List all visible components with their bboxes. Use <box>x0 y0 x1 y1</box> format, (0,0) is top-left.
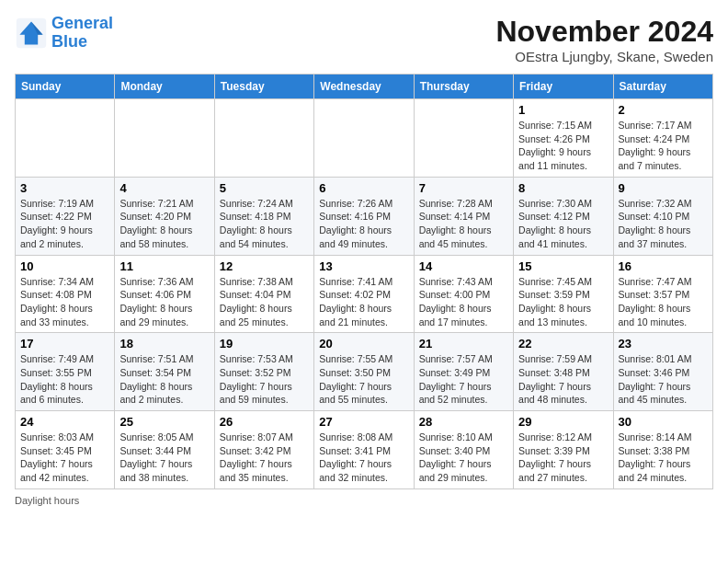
calendar-cell: 14Sunrise: 7:43 AM Sunset: 4:00 PM Dayli… <box>414 255 513 333</box>
calendar-cell: 2Sunrise: 7:17 AM Sunset: 4:24 PM Daylig… <box>613 99 712 178</box>
day-header-friday: Friday <box>514 75 613 99</box>
day-info: Sunrise: 7:15 AM Sunset: 4:26 PM Dayligh… <box>518 119 608 173</box>
day-number: 17 <box>20 337 109 350</box>
day-info: Sunrise: 7:38 AM Sunset: 4:04 PM Dayligh… <box>220 275 309 329</box>
footer-note: Daylight hours <box>15 495 713 506</box>
calendar-cell: 18Sunrise: 7:51 AM Sunset: 3:54 PM Dayli… <box>115 333 214 411</box>
day-info: Sunrise: 7:47 AM Sunset: 3:57 PM Dayligh… <box>619 275 708 329</box>
calendar-cell: 12Sunrise: 7:38 AM Sunset: 4:04 PM Dayli… <box>214 255 313 333</box>
day-info: Sunrise: 7:41 AM Sunset: 4:02 PM Dayligh… <box>319 275 408 329</box>
day-info: Sunrise: 8:07 AM Sunset: 3:42 PM Dayligh… <box>220 431 309 485</box>
week-row-4: 17Sunrise: 7:49 AM Sunset: 3:55 PM Dayli… <box>16 333 713 411</box>
logo: GeneralBlue <box>15 15 113 52</box>
day-number: 25 <box>119 415 209 429</box>
day-number: 12 <box>220 259 309 273</box>
calendar-cell: 26Sunrise: 8:07 AM Sunset: 3:42 PM Dayli… <box>214 411 313 489</box>
day-number: 2 <box>619 103 708 117</box>
calendar-cell: 20Sunrise: 7:55 AM Sunset: 3:50 PM Dayli… <box>314 333 414 411</box>
day-info: Sunrise: 7:32 AM Sunset: 4:10 PM Dayligh… <box>619 197 708 251</box>
calendar-cell: 17Sunrise: 7:49 AM Sunset: 3:55 PM Dayli… <box>16 333 115 411</box>
calendar-cell: 8Sunrise: 7:30 AM Sunset: 4:12 PM Daylig… <box>514 177 613 255</box>
day-header-sunday: Sunday <box>16 75 115 99</box>
calendar-cell: 16Sunrise: 7:47 AM Sunset: 3:57 PM Dayli… <box>613 255 712 333</box>
day-info: Sunrise: 7:49 AM Sunset: 3:55 PM Dayligh… <box>20 352 109 407</box>
day-number: 19 <box>220 337 309 350</box>
calendar-cell: 15Sunrise: 7:45 AM Sunset: 3:59 PM Dayli… <box>514 255 613 333</box>
day-info: Sunrise: 8:12 AM Sunset: 3:39 PM Dayligh… <box>518 431 608 485</box>
day-info: Sunrise: 8:10 AM Sunset: 3:40 PM Dayligh… <box>419 431 508 485</box>
day-number: 24 <box>20 415 109 429</box>
day-info: Sunrise: 8:01 AM Sunset: 3:46 PM Dayligh… <box>619 352 708 407</box>
day-number: 26 <box>220 415 309 429</box>
day-info: Sunrise: 7:21 AM Sunset: 4:20 PM Dayligh… <box>119 197 209 251</box>
logo-icon <box>15 17 48 50</box>
day-number: 3 <box>20 181 109 195</box>
calendar-cell: 19Sunrise: 7:53 AM Sunset: 3:52 PM Dayli… <box>214 333 313 411</box>
calendar-cell: 30Sunrise: 8:14 AM Sunset: 3:38 PM Dayli… <box>613 411 712 489</box>
calendar-cell: 28Sunrise: 8:10 AM Sunset: 3:40 PM Dayli… <box>414 411 513 489</box>
day-info: Sunrise: 8:03 AM Sunset: 3:45 PM Dayligh… <box>20 431 109 485</box>
week-row-5: 24Sunrise: 8:03 AM Sunset: 3:45 PM Dayli… <box>16 411 713 489</box>
day-header-thursday: Thursday <box>414 75 513 99</box>
calendar-cell: 10Sunrise: 7:34 AM Sunset: 4:08 PM Dayli… <box>16 255 115 333</box>
day-number: 23 <box>619 337 708 350</box>
calendar-cell: 24Sunrise: 8:03 AM Sunset: 3:45 PM Dayli… <box>16 411 115 489</box>
calendar-cell: 7Sunrise: 7:28 AM Sunset: 4:14 PM Daylig… <box>414 177 513 255</box>
calendar-cell: 22Sunrise: 7:59 AM Sunset: 3:48 PM Dayli… <box>514 333 613 411</box>
day-number: 16 <box>619 259 708 273</box>
day-header-monday: Monday <box>115 75 214 99</box>
calendar-cell <box>115 99 214 178</box>
day-number: 28 <box>419 415 508 429</box>
calendar-cell: 9Sunrise: 7:32 AM Sunset: 4:10 PM Daylig… <box>613 177 712 255</box>
day-number: 7 <box>419 181 508 195</box>
day-number: 6 <box>319 181 408 195</box>
day-info: Sunrise: 7:26 AM Sunset: 4:16 PM Dayligh… <box>319 197 408 251</box>
calendar-cell: 3Sunrise: 7:19 AM Sunset: 4:22 PM Daylig… <box>16 177 115 255</box>
calendar-cell: 21Sunrise: 7:57 AM Sunset: 3:49 PM Dayli… <box>414 333 513 411</box>
day-info: Sunrise: 7:30 AM Sunset: 4:12 PM Dayligh… <box>518 197 608 251</box>
day-header-saturday: Saturday <box>613 75 712 99</box>
day-info: Sunrise: 7:53 AM Sunset: 3:52 PM Dayligh… <box>220 352 309 407</box>
week-row-3: 10Sunrise: 7:34 AM Sunset: 4:08 PM Dayli… <box>16 255 713 333</box>
day-info: Sunrise: 7:24 AM Sunset: 4:18 PM Dayligh… <box>220 197 309 251</box>
day-info: Sunrise: 7:43 AM Sunset: 4:00 PM Dayligh… <box>419 275 508 329</box>
calendar-cell: 25Sunrise: 8:05 AM Sunset: 3:44 PM Dayli… <box>115 411 214 489</box>
calendar-cell <box>314 99 414 178</box>
day-number: 20 <box>319 337 408 350</box>
day-header-wednesday: Wednesday <box>314 75 414 99</box>
day-info: Sunrise: 8:05 AM Sunset: 3:44 PM Dayligh… <box>119 431 209 485</box>
week-row-1: 1Sunrise: 7:15 AM Sunset: 4:26 PM Daylig… <box>16 99 713 178</box>
month-title: November 2024 <box>495 15 713 49</box>
calendar-cell: 23Sunrise: 8:01 AM Sunset: 3:46 PM Dayli… <box>613 333 712 411</box>
day-info: Sunrise: 7:45 AM Sunset: 3:59 PM Dayligh… <box>518 275 608 329</box>
day-number: 10 <box>20 259 109 273</box>
day-number: 9 <box>619 181 708 195</box>
day-number: 8 <box>518 181 608 195</box>
calendar-cell: 1Sunrise: 7:15 AM Sunset: 4:26 PM Daylig… <box>514 99 613 178</box>
calendar-cell: 13Sunrise: 7:41 AM Sunset: 4:02 PM Dayli… <box>314 255 414 333</box>
day-info: Sunrise: 7:17 AM Sunset: 4:24 PM Dayligh… <box>619 119 708 173</box>
calendar-cell <box>16 99 115 178</box>
calendar-table: SundayMondayTuesdayWednesdayThursdayFrid… <box>15 74 713 489</box>
day-info: Sunrise: 7:19 AM Sunset: 4:22 PM Dayligh… <box>20 197 109 251</box>
day-number: 30 <box>619 415 708 429</box>
day-number: 11 <box>119 259 209 273</box>
calendar-cell <box>414 99 513 178</box>
day-info: Sunrise: 7:57 AM Sunset: 3:49 PM Dayligh… <box>419 352 508 407</box>
day-number: 22 <box>518 337 608 350</box>
logo-text: GeneralBlue <box>51 15 113 52</box>
day-number: 4 <box>119 181 209 195</box>
day-info: Sunrise: 7:55 AM Sunset: 3:50 PM Dayligh… <box>319 352 408 407</box>
day-info: Sunrise: 7:36 AM Sunset: 4:06 PM Dayligh… <box>119 275 209 329</box>
location-subtitle: OEstra Ljungby, Skane, Sweden <box>495 49 713 64</box>
title-block: November 2024 OEstra Ljungby, Skane, Swe… <box>495 15 713 64</box>
calendar-cell: 4Sunrise: 7:21 AM Sunset: 4:20 PM Daylig… <box>115 177 214 255</box>
day-info: Sunrise: 7:51 AM Sunset: 3:54 PM Dayligh… <box>119 352 209 407</box>
day-number: 18 <box>119 337 209 350</box>
calendar-cell: 6Sunrise: 7:26 AM Sunset: 4:16 PM Daylig… <box>314 177 414 255</box>
day-number: 1 <box>518 103 608 117</box>
day-number: 15 <box>518 259 608 273</box>
day-number: 21 <box>419 337 508 350</box>
day-number: 27 <box>319 415 408 429</box>
calendar-cell: 29Sunrise: 8:12 AM Sunset: 3:39 PM Dayli… <box>514 411 613 489</box>
